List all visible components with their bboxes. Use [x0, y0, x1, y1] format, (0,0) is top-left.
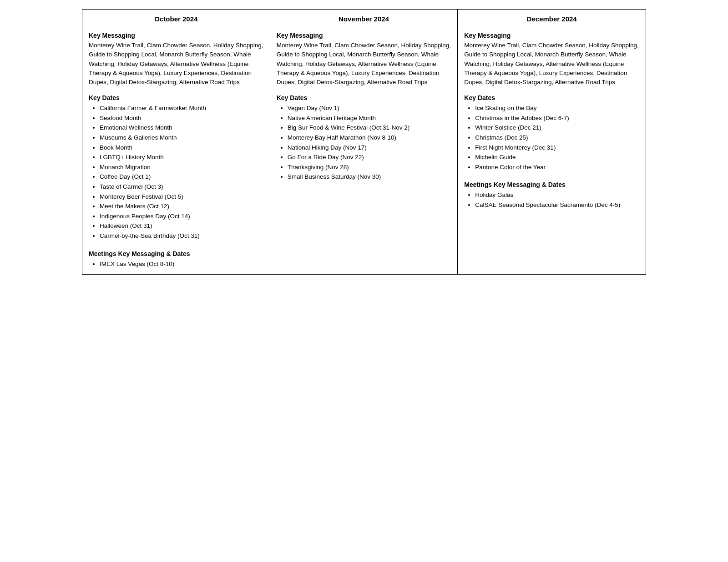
list-item: Indigenous Peoples Day (Oct 14) [100, 211, 263, 221]
key-messaging-text-october: Monterey Wine Trail, Clam Chowder Season… [89, 41, 263, 87]
list-item: LGBTQ+ History Month [100, 152, 263, 162]
list-item: Emotional Wellness Month [100, 123, 263, 133]
key-messaging-title-october: Key Messaging [89, 32, 263, 39]
meetings-list-december: Holiday GalasCalSAE Seasonal Spectacular… [464, 190, 639, 210]
key-messaging-text-november: Monterey Wine Trail, Clam Chowder Season… [277, 41, 451, 87]
calendar-grid: October 2024Key MessagingMonterey Wine T… [82, 9, 646, 275]
key-dates-section-november: Key DatesVegan Day (Nov 1)Native America… [277, 94, 451, 182]
month-col-october: October 2024Key MessagingMonterey Wine T… [82, 10, 270, 274]
list-item: National Hiking Day (Nov 17) [288, 143, 451, 153]
key-dates-list-december: Ice Skating on the BayChristmas in the A… [464, 103, 639, 172]
list-item: Halloween (Oct 31) [100, 221, 263, 231]
meetings-title-december: Meetings Key Messaging & Dates [464, 181, 639, 188]
list-item: Pantone Color of the Year [475, 162, 639, 172]
list-item: California Farmer & Farmworker Month [100, 103, 263, 113]
key-dates-list-october: California Farmer & Farmworker MonthSeaf… [89, 103, 263, 241]
list-item: Christmas in the Adobes (Dec 6-7) [475, 113, 639, 123]
meetings-section-december: Meetings Key Messaging & DatesHoliday Ga… [464, 181, 639, 210]
key-messaging-title-december: Key Messaging [464, 32, 639, 39]
list-item: Michelin Guide [475, 152, 639, 162]
list-item: Museums & Galleries Month [100, 133, 263, 143]
list-item: Holiday Galas [475, 190, 639, 200]
key-messaging-text-december: Monterey Wine Trail, Clam Chowder Season… [464, 41, 639, 87]
meetings-list-october: IMEX Las Vegas (Oct 8-10) [89, 259, 263, 269]
key-dates-section-december: Key DatesIce Skating on the BayChristmas… [464, 94, 639, 172]
list-item: Monterey Bay Half Marathon (Nov 8-10) [288, 133, 451, 143]
month-header-november: November 2024 [277, 15, 451, 25]
key-dates-title-november: Key Dates [277, 94, 451, 101]
key-dates-title-october: Key Dates [89, 94, 263, 101]
list-item: Coffee Day (Oct 1) [100, 172, 263, 182]
list-item: Native American Heritage Month [288, 113, 451, 123]
list-item: Vegan Day (Nov 1) [288, 103, 451, 113]
list-item: Winter Solstice (Dec 21) [475, 123, 639, 133]
list-item: First Night Monterey (Dec 31) [475, 143, 639, 153]
list-item: Carmel-by-the-Sea Birthday (Oct 31) [100, 231, 263, 241]
list-item: Monarch Migration [100, 162, 263, 172]
list-item: Taste of Carmel (Oct 3) [100, 182, 263, 192]
month-col-november: November 2024Key MessagingMonterey Wine … [270, 10, 458, 274]
list-item: Big Sur Food & Wine Festival (Oct 31-Nov… [288, 123, 451, 133]
key-dates-section-october: Key DatesCalifornia Farmer & Farmworker … [89, 94, 263, 241]
list-item: Small Business Saturday (Nov 30) [288, 172, 451, 182]
list-item: Meet the Makers (Oct 12) [100, 201, 263, 211]
list-item: Seafood Month [100, 113, 263, 123]
list-item: Monterey Beer Festival (Oct 5) [100, 192, 263, 202]
key-dates-title-december: Key Dates [464, 94, 639, 101]
list-item: Thanksgiving (Nov 28) [288, 162, 451, 172]
list-item: Book Month [100, 143, 263, 153]
month-header-october: October 2024 [89, 15, 263, 25]
month-col-december: December 2024Key MessagingMonterey Wine … [458, 10, 646, 274]
list-item: CalSAE Seasonal Spectacular Sacramento (… [475, 200, 639, 210]
list-item: Christmas (Dec 25) [475, 133, 639, 143]
meetings-section-october: Meetings Key Messaging & DatesIMEX Las V… [89, 250, 263, 269]
list-item: Ice Skating on the Bay [475, 103, 639, 113]
month-header-december: December 2024 [464, 15, 639, 25]
key-dates-list-november: Vegan Day (Nov 1)Native American Heritag… [277, 103, 451, 182]
list-item: Go For a Ride Day (Nov 22) [288, 152, 451, 162]
key-messaging-title-november: Key Messaging [277, 32, 451, 39]
meetings-title-october: Meetings Key Messaging & Dates [89, 250, 263, 257]
list-item: IMEX Las Vegas (Oct 8-10) [100, 259, 263, 269]
